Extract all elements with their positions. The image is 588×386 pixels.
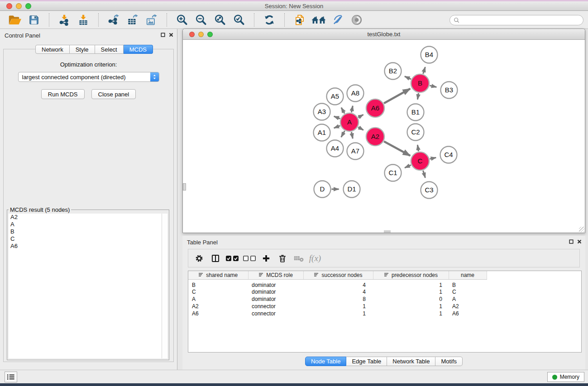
settings-button[interactable] (193, 252, 206, 265)
export-network-button[interactable] (106, 13, 121, 27)
zoom-fit-button[interactable] (213, 13, 227, 27)
table-cell[interactable]: C (449, 288, 487, 295)
edge-A6-B[interactable] (384, 89, 410, 103)
table-cell[interactable]: B (188, 279, 248, 288)
edge-A-A5[interactable] (341, 108, 344, 114)
tab-style[interactable]: Style (70, 45, 95, 54)
table-cell[interactable]: A6 (449, 310, 487, 317)
canvas-hscroll-hint[interactable] (384, 230, 391, 233)
table-cell[interactable]: 1 (373, 303, 449, 310)
table-cell[interactable]: 4 (303, 288, 373, 295)
edge-A-A6[interactable] (358, 114, 363, 117)
node-A2[interactable]: A2 (366, 128, 384, 146)
table-cell[interactable]: dominator (248, 295, 303, 303)
node-B2[interactable]: B2 (385, 63, 402, 80)
edge-A-A4[interactable] (341, 131, 345, 137)
task-history-button[interactable] (5, 372, 17, 382)
tab-network[interactable]: Network (35, 45, 70, 54)
canvas-vscroll-hint[interactable] (183, 183, 186, 191)
column-header-MCDS-role[interactable]: MCDS role (248, 271, 303, 279)
close-table-panel-icon[interactable] (577, 239, 582, 244)
annotation-visibility-button[interactable] (330, 13, 345, 27)
edge-B-B2[interactable] (405, 76, 411, 79)
node-B4[interactable]: B4 (421, 47, 438, 63)
result-item-b[interactable]: B (9, 228, 162, 235)
table-row[interactable]: Adominator80A (188, 295, 487, 303)
table-cell[interactable]: 8 (303, 295, 373, 303)
result-scrollbar[interactable] (162, 214, 167, 358)
table-row[interactable]: Bdominator41B (188, 279, 487, 288)
search-input[interactable] (460, 17, 583, 24)
node-C1[interactable]: C1 (385, 165, 402, 181)
edge-C-C2[interactable] (417, 145, 418, 151)
edge-C-C4[interactable] (430, 157, 436, 159)
edge-C-C3[interactable] (423, 171, 425, 178)
table-cell[interactable]: A2 (449, 303, 487, 310)
column-header-predecessor-nodes[interactable]: predecessor nodes (373, 271, 449, 279)
node-D1[interactable]: D1 (344, 181, 360, 198)
column-header-shared-name[interactable]: shared name (188, 271, 248, 279)
float-table-panel-icon[interactable] (569, 239, 574, 244)
add-button[interactable] (260, 252, 272, 265)
table-cell[interactable]: A2 (188, 303, 248, 310)
window-resize-grip[interactable] (579, 227, 584, 232)
node-C[interactable]: C (411, 152, 429, 170)
refresh-view-button[interactable] (262, 13, 277, 27)
zoom-selected-button[interactable] (232, 13, 246, 27)
edge-A-A1[interactable] (334, 126, 340, 128)
duplicate-network-button[interactable] (292, 13, 307, 27)
export-table-button[interactable] (125, 13, 140, 27)
table-cell[interactable]: C (188, 288, 248, 295)
node-A[interactable]: A (340, 113, 359, 131)
table-cell[interactable]: A (188, 295, 248, 303)
zoom-in-button[interactable] (175, 13, 189, 27)
zoom-out-button[interactable] (194, 13, 208, 27)
table-cell[interactable]: connector (248, 303, 303, 310)
edge-B-B4[interactable] (423, 67, 425, 74)
edge-A-A8[interactable] (351, 106, 353, 113)
save-session-button[interactable] (27, 13, 41, 27)
edge-C-C1[interactable] (405, 165, 411, 168)
node-A4[interactable]: A4 (327, 140, 344, 157)
node-A1[interactable]: A1 (314, 124, 330, 141)
houses-button[interactable] (311, 13, 326, 27)
run-mcds-button[interactable]: Run MCDS (41, 89, 85, 99)
tab-edge-table[interactable]: Edge Table (346, 357, 387, 366)
node-C2[interactable]: C2 (407, 124, 424, 141)
result-item-a2[interactable]: A2 (9, 214, 162, 221)
edge-A-A3[interactable] (334, 116, 340, 119)
tab-motifs[interactable]: Motifs (435, 357, 463, 366)
export-image-button[interactable] (144, 13, 159, 27)
deselect-all-button[interactable] (243, 252, 256, 265)
edge-B-B3[interactable] (430, 86, 436, 87)
search-box[interactable] (449, 15, 583, 25)
node-B3[interactable]: B3 (441, 82, 458, 99)
open-file-button[interactable] (8, 13, 22, 27)
select-all-button[interactable] (225, 252, 239, 265)
table-cell[interactable]: 1 (373, 288, 449, 295)
tab-node-table[interactable]: Node Table (305, 357, 347, 366)
edge-A-A7[interactable] (351, 132, 353, 139)
edge-B-B1[interactable] (417, 93, 418, 100)
edge-A2-C[interactable] (384, 142, 410, 156)
node-B1[interactable]: B1 (407, 104, 424, 121)
column-header-successor-nodes[interactable]: successor nodes (303, 271, 373, 279)
float-panel-icon[interactable] (161, 33, 165, 37)
node-A7[interactable]: A7 (347, 143, 364, 160)
import-table-button[interactable] (76, 13, 91, 27)
edge-A-A2[interactable] (358, 127, 363, 130)
table-cell[interactable]: 1 (373, 279, 449, 288)
close-panel-icon[interactable] (169, 33, 173, 37)
tab-network-table[interactable]: Network Table (387, 357, 435, 366)
node-D[interactable]: D (314, 181, 331, 198)
criterion-select[interactable]: largest connected component (directed) (18, 72, 159, 82)
column-header-name[interactable]: name (449, 271, 487, 279)
result-item-a[interactable]: A (9, 221, 162, 228)
result-item-a6[interactable]: A6 (9, 243, 162, 250)
table-row[interactable]: A6connector11A6 (188, 310, 487, 317)
table-row[interactable]: A2connector11A2 (188, 303, 487, 310)
table-cell[interactable]: 1 (373, 310, 449, 317)
node-A6[interactable]: A6 (366, 99, 384, 117)
table-cell[interactable]: connector (248, 310, 303, 317)
table-cell[interactable]: dominator (248, 288, 303, 295)
